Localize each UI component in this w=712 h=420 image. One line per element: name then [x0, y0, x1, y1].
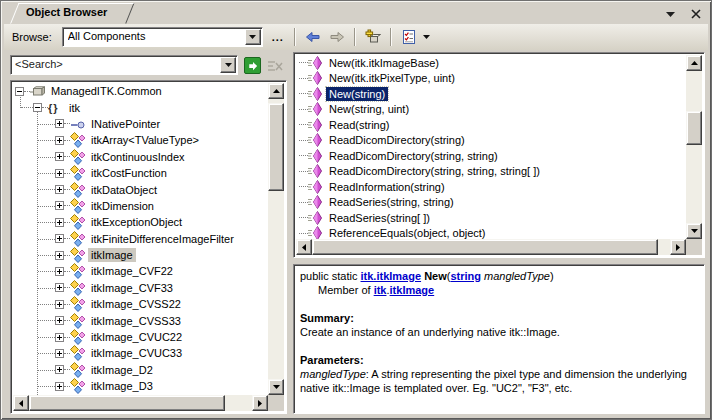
tree-vertical-scrollbar[interactable] — [268, 83, 284, 395]
scrollbar-thumb[interactable] — [686, 111, 702, 145]
tree-expander-button[interactable] — [55, 349, 64, 358]
class-icon — [70, 214, 86, 230]
tree-expander-button[interactable] — [55, 136, 64, 145]
scroll-right-button[interactable] — [252, 395, 268, 411]
tree-expander-button[interactable] — [55, 169, 64, 178]
member-item[interactable]: ReadSeries(string[ ]) — [296, 210, 686, 226]
description-link[interactable]: itk — [374, 284, 387, 296]
member-item[interactable]: New(string, uint) — [296, 102, 686, 118]
member-item[interactable]: ReadDicomDirectory(string, string) — [296, 148, 686, 164]
tree-item[interactable]: { } itkContinuousIndex — [13, 149, 268, 165]
member-item[interactable]: ReadDicomDirectory(string) — [296, 133, 686, 149]
browse-dropdown-button[interactable] — [245, 29, 261, 45]
class-icon — [70, 280, 86, 296]
member-item[interactable]: ReferenceEquals(object, object) — [296, 226, 686, 240]
window-controls — [662, 7, 704, 21]
browse-combobox[interactable]: All Components — [62, 27, 263, 47]
tree-expander-button[interactable] — [55, 234, 64, 243]
class-icon — [70, 149, 86, 165]
search-go-button[interactable] — [244, 57, 261, 74]
description-link[interactable]: itkImage — [390, 284, 435, 296]
tree-expander-button[interactable] — [55, 333, 64, 342]
tree-item[interactable]: { } itkExceptionObject — [13, 214, 268, 230]
tree-item[interactable]: { } itkDataObject — [13, 181, 268, 197]
tree-item[interactable]: { } itkImage_CVUC22 — [13, 329, 268, 345]
member-item[interactable]: ReadDicomDirectory(string, string, strin… — [296, 164, 686, 180]
window-menu-button[interactable] — [662, 7, 678, 21]
tree-item[interactable]: { } itkImage_CVUC33 — [13, 345, 268, 361]
scrollbar-thumb[interactable] — [312, 239, 658, 255]
member-item[interactable]: Read(string) — [296, 117, 686, 133]
member-item[interactable]: New(string) — [296, 86, 686, 102]
search-dropdown-button[interactable] — [220, 57, 236, 73]
scroll-up-button[interactable] — [686, 55, 702, 71]
tree-expander-button[interactable] — [33, 103, 42, 112]
members-horizontal-scrollbar[interactable] — [296, 239, 686, 255]
tree-expander-button[interactable] — [55, 218, 64, 227]
scroll-down-button[interactable] — [686, 223, 702, 239]
member-item[interactable]: New(itk.itkPixelType, uint) — [296, 71, 686, 87]
search-input[interactable] — [15, 58, 217, 70]
tree-expander-button[interactable] — [55, 283, 64, 292]
tree-item[interactable]: { } INativePointer — [13, 116, 268, 132]
add-to-references-button[interactable] — [361, 27, 385, 47]
forward-button[interactable] — [325, 27, 349, 47]
tab-title: Object Browser — [10, 3, 126, 18]
tree-horizontal-scrollbar[interactable] — [13, 395, 268, 411]
tree-expander-button[interactable] — [55, 152, 64, 161]
member-item[interactable]: ReadSeries(string, string) — [296, 195, 686, 211]
tree-expander-button[interactable] — [55, 119, 64, 128]
tree-connector — [299, 155, 308, 156]
tree-item[interactable]: { } itkFiniteDifferenceImageFilter — [13, 231, 268, 247]
tree-item[interactable]: { } itkImage_CVSS33 — [13, 312, 268, 328]
class-icon — [70, 132, 86, 148]
tree-item[interactable]: { } itkCostFunction — [13, 165, 268, 181]
tree-item[interactable]: { } itkDimension — [13, 198, 268, 214]
tree-expander-button[interactable] — [15, 87, 24, 96]
members-vertical-scrollbar[interactable] — [686, 55, 702, 239]
chevron-down-icon — [666, 12, 675, 17]
object-browser-settings-button[interactable] — [397, 27, 421, 47]
text-segment: mangledType — [300, 368, 366, 380]
tree-item[interactable]: { } itkImage — [13, 247, 268, 263]
tree-expander-button[interactable] — [55, 201, 64, 210]
edit-custom-component-set-button[interactable]: ... — [267, 27, 289, 47]
tree-item[interactable]: { } itkImage_D3 — [13, 378, 268, 394]
scroll-right-button[interactable] — [670, 239, 686, 255]
tree-item[interactable]: { } ManagedITK.Common — [13, 83, 268, 99]
tree-item[interactable]: { } itkImage_CVF22 — [13, 263, 268, 279]
back-button[interactable] — [301, 27, 325, 47]
scroll-left-button[interactable] — [296, 239, 312, 255]
tree-item[interactable]: { } itkArray<TValueType> — [13, 132, 268, 148]
tree-expander-button[interactable] — [55, 267, 64, 276]
description-link[interactable]: itk.itkImage — [361, 270, 422, 282]
tree-expander-button[interactable] — [55, 185, 64, 194]
tree-expander-button[interactable] — [55, 365, 64, 374]
tree-item[interactable]: { } itkImage_CVSS22 — [13, 296, 268, 312]
scroll-up-button[interactable] — [268, 83, 284, 99]
tree-expander-button[interactable] — [55, 316, 64, 325]
member-item[interactable]: ReadInformation(string) — [296, 179, 686, 195]
tab-object-browser[interactable]: Object Browser — [10, 3, 126, 24]
tree-expander-button[interactable] — [55, 382, 64, 391]
description-link[interactable]: string — [450, 270, 481, 282]
scroll-left-button[interactable] — [13, 395, 29, 411]
chevron-down-icon — [225, 63, 232, 67]
chevron-down-icon — [423, 35, 430, 39]
close-button[interactable] — [688, 7, 704, 21]
tree-item-label: INativePointer — [88, 117, 163, 131]
tree-item-label: itkImage_CVSS22 — [88, 297, 184, 311]
member-item[interactable]: New(itk.itkImageBase) — [296, 55, 686, 71]
tree-item[interactable]: { } itk — [13, 99, 268, 115]
member-item-label: New(itk.itkPixelType, uint) — [326, 71, 458, 85]
scroll-down-button[interactable] — [268, 379, 284, 395]
search-combobox[interactable] — [10, 55, 238, 75]
tree-expander-button[interactable] — [55, 300, 64, 309]
scrollbar-thumb[interactable] — [29, 395, 225, 411]
tree-item[interactable]: { } itkImage_D2 — [13, 362, 268, 378]
scrollbar-thumb[interactable] — [268, 103, 284, 191]
tree-expander-button[interactable] — [55, 251, 64, 260]
tree-item[interactable]: { } itkImage_CVF33 — [13, 280, 268, 296]
settings-dropdown-button[interactable] — [421, 27, 433, 47]
clear-search-button[interactable] — [267, 58, 283, 74]
